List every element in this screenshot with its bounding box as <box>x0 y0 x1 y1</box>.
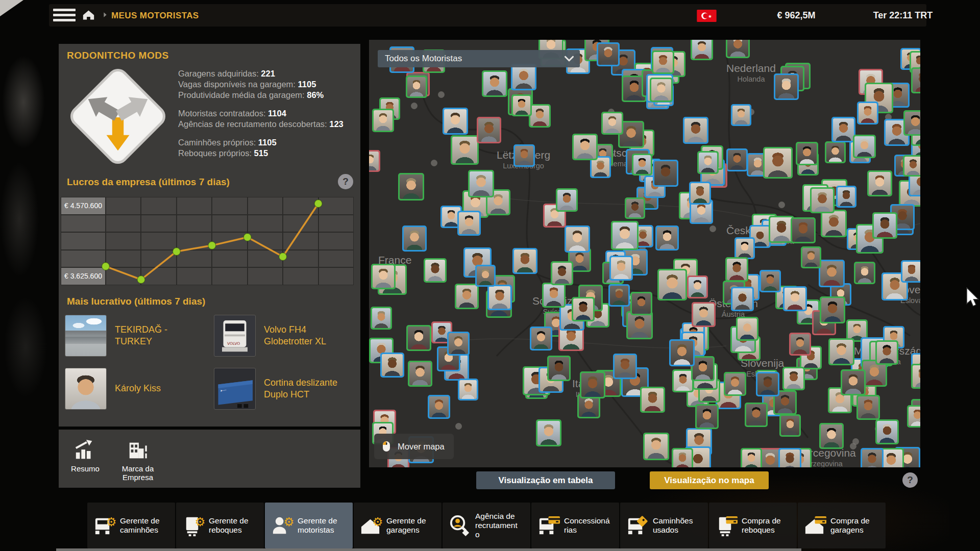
toolbar-used-trucks[interactable]: Caminhõesusados <box>620 503 708 548</box>
driver-avatar[interactable] <box>443 108 468 135</box>
driver-avatar[interactable] <box>810 187 835 213</box>
driver-avatar[interactable] <box>451 135 479 165</box>
driver-avatar[interactable] <box>547 356 571 381</box>
driver-avatar[interactable] <box>778 448 801 467</box>
driver-avatar[interactable] <box>640 387 665 413</box>
toolbar-garage-purchase[interactable]: Compra degaragens <box>798 503 886 548</box>
driver-avatar[interactable] <box>551 261 573 285</box>
driver-avatar[interactable] <box>695 404 719 429</box>
driver-avatar[interactable] <box>601 112 623 135</box>
most-profitable-item[interactable]: VOLVOVolvo FH4 Globetrotter XL <box>214 314 363 357</box>
driver-avatar[interactable] <box>428 395 450 419</box>
driver-avatar[interactable] <box>580 371 605 398</box>
driver-avatar[interactable] <box>725 257 748 282</box>
driver-avatar[interactable] <box>611 221 639 250</box>
driver-avatar[interactable] <box>653 160 678 187</box>
driver-avatar[interactable] <box>572 134 597 160</box>
chart-help-icon[interactable]: ? <box>338 174 353 189</box>
driver-avatar[interactable] <box>731 104 751 126</box>
driver-avatar[interactable] <box>820 296 845 323</box>
driver-avatar[interactable] <box>821 210 847 237</box>
driver-avatar[interactable] <box>867 170 892 197</box>
world-map[interactable]: NederlandHolandaLëtzebuergLuxemburgoDeut… <box>369 40 920 467</box>
driver-avatar[interactable] <box>911 364 920 389</box>
driver-avatar[interactable] <box>853 135 875 159</box>
driver-avatar[interactable] <box>406 325 431 352</box>
driver-avatar[interactable] <box>408 361 432 387</box>
driver-avatar[interactable] <box>398 173 424 201</box>
driver-avatar[interactable] <box>565 226 590 253</box>
driver-avatar[interactable] <box>825 141 846 163</box>
driver-avatar[interactable] <box>726 40 750 58</box>
driver-avatar[interactable] <box>854 262 875 285</box>
driver-avatar[interactable] <box>782 367 804 390</box>
driver-avatar[interactable] <box>458 379 478 400</box>
driver-avatar[interactable] <box>632 154 653 176</box>
toolbar-dealership[interactable]: Concessionárias <box>531 503 619 548</box>
driver-avatar[interactable] <box>691 40 713 60</box>
driver-avatar[interactable] <box>468 170 494 197</box>
driver-avatar[interactable] <box>697 151 719 174</box>
toolbar-truck-manager[interactable]: ⚙Gerente decaminhões <box>87 503 175 548</box>
driver-avatar[interactable] <box>819 260 845 287</box>
driver-avatar[interactable] <box>763 147 793 179</box>
driver-avatar[interactable] <box>530 327 552 350</box>
driver-avatar[interactable] <box>734 237 755 259</box>
driver-avatar[interactable] <box>672 448 693 467</box>
driver-avatar[interactable] <box>650 78 673 102</box>
menu-icon[interactable] <box>53 9 76 22</box>
driver-avatar[interactable] <box>424 258 447 283</box>
driver-avatar[interactable] <box>857 102 878 124</box>
toolbar-trailer-purchase[interactable]: Compra dereboques <box>709 503 797 548</box>
driver-avatar[interactable] <box>731 287 754 311</box>
driver-avatar[interactable] <box>536 419 561 446</box>
most-profitable-item[interactable]: TEKIRDAĞ - TURKEY <box>65 314 214 357</box>
driver-avatar[interactable] <box>911 67 920 93</box>
driver-filter-dropdown[interactable]: Todos os Motoristas <box>378 50 580 67</box>
driver-avatar[interactable] <box>609 256 633 281</box>
driver-avatar[interactable] <box>756 372 779 397</box>
driver-avatar[interactable] <box>475 265 496 287</box>
driver-avatar[interactable] <box>455 284 479 309</box>
driver-avatar[interactable] <box>457 211 481 235</box>
driver-avatar[interactable] <box>774 73 799 100</box>
driver-avatar[interactable] <box>477 117 501 143</box>
driver-avatar[interactable] <box>791 217 816 244</box>
driver-avatar[interactable] <box>836 186 857 208</box>
driver-avatar[interactable] <box>760 270 781 292</box>
most-profitable-item[interactable]: Károly Kiss <box>65 367 214 410</box>
driver-avatar[interactable] <box>597 42 620 66</box>
driver-avatar[interactable] <box>625 197 645 219</box>
move-map-button[interactable]: Mover mapa <box>374 434 454 459</box>
driver-avatar[interactable] <box>482 70 507 97</box>
driver-avatar[interactable] <box>402 226 427 252</box>
driver-avatar[interactable] <box>487 285 512 310</box>
driver-avatar[interactable] <box>630 292 653 315</box>
toolbar-recruitment-agency[interactable]: Agência derecrutamento <box>443 503 530 548</box>
driver-avatar[interactable] <box>657 269 687 300</box>
driver-avatar[interactable] <box>789 333 811 356</box>
driver-avatar[interactable] <box>819 423 844 449</box>
driver-avatar[interactable] <box>783 286 806 311</box>
driver-avatar[interactable] <box>861 448 884 467</box>
driver-avatar[interactable] <box>831 117 855 142</box>
driver-avatar[interactable] <box>572 297 595 321</box>
driver-avatar[interactable] <box>556 188 578 212</box>
driver-avatar[interactable] <box>903 155 920 177</box>
driver-avatar[interactable] <box>447 332 470 356</box>
driver-avatar[interactable] <box>872 212 897 239</box>
driver-avatar[interactable] <box>529 104 551 127</box>
driver-avatar[interactable] <box>901 260 920 283</box>
driver-avatar[interactable] <box>726 148 748 171</box>
driver-avatar[interactable] <box>736 317 759 341</box>
chevron-down-icon[interactable] <box>561 51 577 66</box>
map-help-icon[interactable]: ? <box>902 472 918 488</box>
driver-avatar[interactable] <box>369 150 380 172</box>
driver-avatar[interactable] <box>511 64 536 90</box>
driver-avatar[interactable] <box>687 276 708 298</box>
driver-avatar[interactable] <box>655 226 679 251</box>
driver-avatar[interactable] <box>841 369 866 396</box>
driver-avatar[interactable] <box>512 248 537 274</box>
driver-avatar[interactable] <box>741 448 762 467</box>
driver-avatar[interactable] <box>380 353 404 378</box>
